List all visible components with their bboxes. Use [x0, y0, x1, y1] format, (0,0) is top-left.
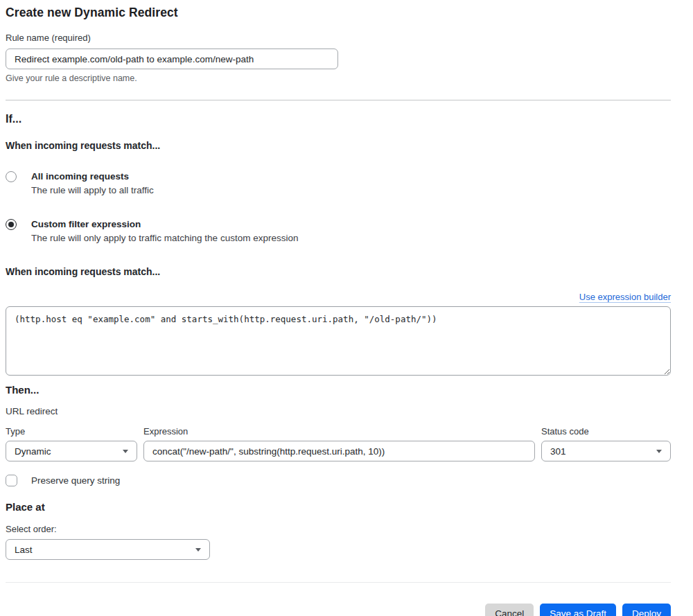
deploy-button[interactable]: Deploy	[622, 604, 671, 616]
url-redirect-label: URL redirect	[6, 406, 671, 416]
type-select[interactable]: Dynamic	[6, 441, 137, 461]
type-select-value: Dynamic	[15, 446, 51, 457]
footer-actions: Cancel Save as Draft Deploy	[6, 604, 671, 616]
radio-option-description: The rule will only apply to traffic matc…	[31, 232, 298, 244]
radio-option-description: The rule will apply to all traffic	[31, 184, 154, 196]
if-heading: If...	[6, 113, 671, 125]
radio-dot	[8, 222, 14, 227]
create-redirect-form: Create new Dynamic Redirect Rule name (r…	[6, 6, 671, 616]
place-at-heading: Place at	[6, 501, 671, 513]
builder-link-row: Use expression builder	[6, 292, 671, 302]
expression-match-heading: When incoming requests match...	[6, 266, 671, 277]
order-select-value: Last	[15, 545, 33, 555]
expression-label: Expression	[143, 426, 535, 437]
preserve-query-row: Preserve query string	[6, 475, 671, 486]
radio-dot	[8, 174, 14, 179]
rule-name-label: Rule name (required)	[6, 33, 671, 43]
then-heading: Then...	[6, 384, 671, 396]
rule-name-input[interactable]	[6, 49, 338, 69]
radio-option-texts: Custom filter expression The rule will o…	[31, 218, 298, 244]
page-title: Create new Dynamic Redirect	[6, 6, 671, 19]
chevron-down-icon	[195, 548, 201, 552]
match-heading: When incoming requests match...	[6, 140, 671, 151]
radio-option-label: All incoming requests	[31, 170, 154, 182]
preserve-query-label: Preserve query string	[31, 475, 120, 486]
status-code-label: Status code	[541, 426, 671, 437]
redirect-fields-row: Type Dynamic Expression Status code 301	[6, 426, 671, 461]
rule-name-help: Give your rule a descriptive name.	[6, 73, 671, 83]
type-field: Type Dynamic	[6, 426, 137, 461]
radio-option-custom-filter[interactable]: Custom filter expression The rule will o…	[6, 218, 671, 244]
type-label: Type	[6, 426, 137, 437]
chevron-down-icon	[656, 450, 662, 453]
radio-option-texts: All incoming requests The rule will appl…	[31, 170, 154, 196]
section-divider	[6, 100, 671, 100]
save-as-draft-button[interactable]: Save as Draft	[540, 604, 616, 616]
use-expression-builder-link[interactable]: Use expression builder	[579, 292, 671, 302]
status-code-select[interactable]: 301	[541, 441, 671, 461]
radio-icon[interactable]	[6, 219, 17, 230]
filter-expression-textarea[interactable]: (http.host eq "example.com" and starts_w…	[6, 306, 671, 376]
order-select[interactable]: Last	[6, 539, 210, 560]
cancel-button[interactable]: Cancel	[485, 604, 534, 616]
footer-divider	[6, 582, 671, 583]
radio-option-all-incoming[interactable]: All incoming requests The rule will appl…	[6, 170, 671, 196]
preserve-query-checkbox[interactable]	[6, 475, 17, 486]
redirect-expression-input[interactable]	[143, 441, 535, 461]
radio-icon[interactable]	[6, 171, 17, 182]
status-code-value: 301	[550, 446, 566, 457]
radio-option-label: Custom filter expression	[31, 218, 298, 230]
chevron-down-icon	[123, 450, 128, 453]
select-order-label: Select order:	[6, 524, 671, 534]
expression-field: Expression	[143, 426, 535, 461]
status-code-field: Status code 301	[541, 426, 671, 461]
